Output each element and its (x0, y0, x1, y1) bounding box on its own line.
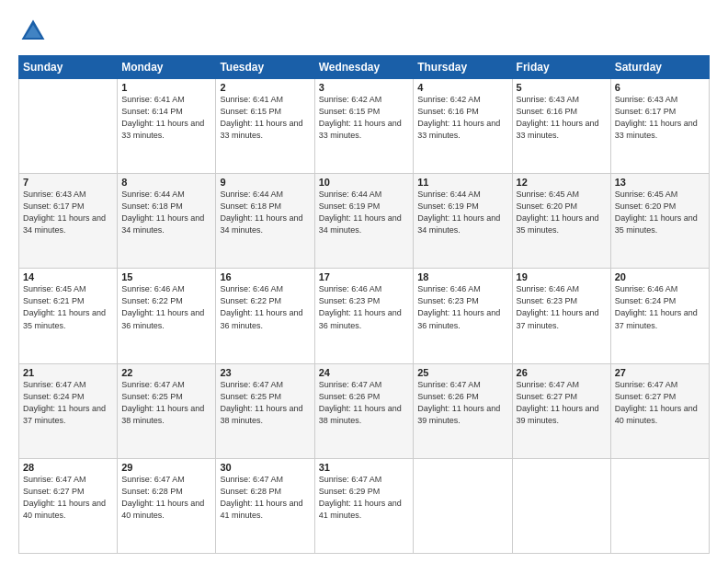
calendar-header-row: SundayMondayTuesdayWednesdayThursdayFrid… (19, 56, 710, 79)
calendar-cell: 2Sunrise: 6:41 AMSunset: 6:15 PMDaylight… (216, 79, 314, 174)
calendar-cell: 12Sunrise: 6:45 AMSunset: 6:20 PMDayligh… (512, 174, 610, 269)
day-number: 19 (517, 271, 607, 282)
calendar-cell: 28Sunrise: 6:47 AMSunset: 6:27 PMDayligh… (19, 458, 118, 553)
day-number: 25 (417, 367, 507, 378)
calendar-week-row: 21Sunrise: 6:47 AMSunset: 6:24 PMDayligh… (19, 363, 710, 458)
day-number: 31 (319, 462, 410, 473)
day-number: 4 (417, 82, 507, 93)
day-number: 18 (417, 271, 507, 282)
day-number: 29 (121, 462, 211, 473)
day-detail: Sunrise: 6:47 AMSunset: 6:25 PMDaylight:… (121, 379, 211, 427)
calendar-cell (610, 458, 709, 553)
day-detail: Sunrise: 6:47 AMSunset: 6:24 PMDaylight:… (23, 379, 113, 427)
calendar-header-thursday: Thursday (414, 56, 512, 79)
day-detail: Sunrise: 6:45 AMSunset: 6:20 PMDaylight:… (517, 189, 607, 236)
calendar-week-row: 28Sunrise: 6:47 AMSunset: 6:27 PMDayligh… (19, 458, 710, 553)
calendar-cell: 14Sunrise: 6:45 AMSunset: 6:21 PMDayligh… (19, 269, 118, 363)
day-detail: Sunrise: 6:47 AMSunset: 6:27 PMDaylight:… (23, 474, 113, 522)
logo-icon (18, 17, 48, 46)
day-number: 16 (220, 271, 310, 282)
day-number: 13 (615, 177, 705, 188)
day-detail: Sunrise: 6:47 AMSunset: 6:27 PMDaylight:… (517, 379, 607, 427)
day-number: 15 (121, 271, 211, 282)
day-detail: Sunrise: 6:46 AMSunset: 6:24 PMDaylight:… (615, 283, 705, 331)
calendar-cell (414, 458, 512, 553)
day-detail: Sunrise: 6:45 AMSunset: 6:20 PMDaylight:… (615, 189, 705, 236)
day-detail: Sunrise: 6:47 AMSunset: 6:28 PMDaylight:… (220, 474, 310, 522)
calendar-cell: 6Sunrise: 6:43 AMSunset: 6:17 PMDaylight… (610, 79, 709, 174)
calendar-header-monday: Monday (118, 56, 216, 79)
calendar-cell: 30Sunrise: 6:47 AMSunset: 6:28 PMDayligh… (216, 458, 314, 553)
day-detail: Sunrise: 6:41 AMSunset: 6:15 PMDaylight:… (220, 94, 310, 142)
calendar-cell: 23Sunrise: 6:47 AMSunset: 6:25 PMDayligh… (216, 363, 314, 458)
day-detail: Sunrise: 6:43 AMSunset: 6:16 PMDaylight:… (517, 94, 607, 142)
calendar-cell: 21Sunrise: 6:47 AMSunset: 6:24 PMDayligh… (19, 363, 118, 458)
day-number: 26 (517, 367, 607, 378)
day-number: 21 (23, 367, 113, 378)
day-detail: Sunrise: 6:42 AMSunset: 6:16 PMDaylight:… (417, 94, 507, 142)
calendar-cell: 20Sunrise: 6:46 AMSunset: 6:24 PMDayligh… (610, 269, 709, 363)
calendar-cell: 8Sunrise: 6:44 AMSunset: 6:18 PMDaylight… (118, 174, 216, 269)
calendar-cell: 16Sunrise: 6:46 AMSunset: 6:22 PMDayligh… (216, 269, 314, 363)
day-detail: Sunrise: 6:47 AMSunset: 6:27 PMDaylight:… (615, 379, 705, 427)
day-detail: Sunrise: 6:46 AMSunset: 6:23 PMDaylight:… (417, 283, 507, 331)
day-detail: Sunrise: 6:46 AMSunset: 6:22 PMDaylight:… (220, 283, 310, 331)
day-number: 11 (417, 177, 507, 188)
calendar-cell: 19Sunrise: 6:46 AMSunset: 6:23 PMDayligh… (512, 269, 610, 363)
day-number: 23 (220, 367, 310, 378)
calendar-header-wednesday: Wednesday (314, 56, 414, 79)
day-number: 5 (517, 82, 607, 93)
day-detail: Sunrise: 6:46 AMSunset: 6:23 PMDaylight:… (517, 283, 607, 331)
calendar-cell: 24Sunrise: 6:47 AMSunset: 6:26 PMDayligh… (314, 363, 414, 458)
day-number: 7 (23, 177, 113, 188)
day-detail: Sunrise: 6:46 AMSunset: 6:22 PMDaylight:… (121, 283, 211, 331)
calendar-cell (512, 458, 610, 553)
calendar-header-sunday: Sunday (19, 56, 118, 79)
calendar-cell: 7Sunrise: 6:43 AMSunset: 6:17 PMDaylight… (19, 174, 118, 269)
page: SundayMondayTuesdayWednesdayThursdayFrid… (0, 0, 728, 563)
day-detail: Sunrise: 6:45 AMSunset: 6:21 PMDaylight:… (23, 283, 113, 331)
day-detail: Sunrise: 6:46 AMSunset: 6:23 PMDaylight:… (319, 283, 410, 331)
day-detail: Sunrise: 6:42 AMSunset: 6:15 PMDaylight:… (319, 94, 410, 142)
calendar-cell (19, 79, 118, 174)
calendar-cell: 17Sunrise: 6:46 AMSunset: 6:23 PMDayligh… (314, 269, 414, 363)
day-detail: Sunrise: 6:44 AMSunset: 6:18 PMDaylight:… (121, 189, 211, 236)
day-number: 14 (23, 271, 113, 282)
day-detail: Sunrise: 6:43 AMSunset: 6:17 PMDaylight:… (615, 94, 705, 142)
day-detail: Sunrise: 6:47 AMSunset: 6:26 PMDaylight:… (319, 379, 410, 427)
calendar-cell: 5Sunrise: 6:43 AMSunset: 6:16 PMDaylight… (512, 79, 610, 174)
day-number: 2 (220, 82, 310, 93)
day-number: 12 (517, 177, 607, 188)
calendar-cell: 4Sunrise: 6:42 AMSunset: 6:16 PMDaylight… (414, 79, 512, 174)
day-number: 17 (319, 271, 410, 282)
day-number: 30 (220, 462, 310, 473)
day-detail: Sunrise: 6:43 AMSunset: 6:17 PMDaylight:… (23, 189, 113, 236)
calendar-cell: 3Sunrise: 6:42 AMSunset: 6:15 PMDaylight… (314, 79, 414, 174)
calendar-cell: 18Sunrise: 6:46 AMSunset: 6:23 PMDayligh… (414, 269, 512, 363)
calendar-table: SundayMondayTuesdayWednesdayThursdayFrid… (18, 55, 710, 554)
calendar-header-friday: Friday (512, 56, 610, 79)
calendar-cell: 13Sunrise: 6:45 AMSunset: 6:20 PMDayligh… (610, 174, 709, 269)
calendar-cell: 1Sunrise: 6:41 AMSunset: 6:14 PMDaylight… (118, 79, 216, 174)
calendar-cell: 31Sunrise: 6:47 AMSunset: 6:29 PMDayligh… (314, 458, 414, 553)
day-number: 24 (319, 367, 410, 378)
day-number: 8 (121, 177, 211, 188)
day-detail: Sunrise: 6:44 AMSunset: 6:19 PMDaylight:… (319, 189, 410, 236)
calendar-cell: 15Sunrise: 6:46 AMSunset: 6:22 PMDayligh… (118, 269, 216, 363)
calendar-cell: 25Sunrise: 6:47 AMSunset: 6:26 PMDayligh… (414, 363, 512, 458)
calendar-cell: 27Sunrise: 6:47 AMSunset: 6:27 PMDayligh… (610, 363, 709, 458)
day-detail: Sunrise: 6:44 AMSunset: 6:18 PMDaylight:… (220, 189, 310, 236)
calendar-header-saturday: Saturday (610, 56, 709, 79)
day-number: 20 (615, 271, 705, 282)
logo (18, 17, 51, 46)
day-detail: Sunrise: 6:41 AMSunset: 6:14 PMDaylight:… (121, 94, 211, 142)
day-number: 22 (121, 367, 211, 378)
calendar-cell: 10Sunrise: 6:44 AMSunset: 6:19 PMDayligh… (314, 174, 414, 269)
calendar-week-row: 14Sunrise: 6:45 AMSunset: 6:21 PMDayligh… (19, 269, 710, 363)
day-number: 27 (615, 367, 705, 378)
calendar-cell: 22Sunrise: 6:47 AMSunset: 6:25 PMDayligh… (118, 363, 216, 458)
calendar-week-row: 7Sunrise: 6:43 AMSunset: 6:17 PMDaylight… (19, 174, 710, 269)
day-detail: Sunrise: 6:47 AMSunset: 6:29 PMDaylight:… (319, 474, 410, 522)
day-detail: Sunrise: 6:47 AMSunset: 6:28 PMDaylight:… (121, 474, 211, 522)
calendar-week-row: 1Sunrise: 6:41 AMSunset: 6:14 PMDaylight… (19, 79, 710, 174)
